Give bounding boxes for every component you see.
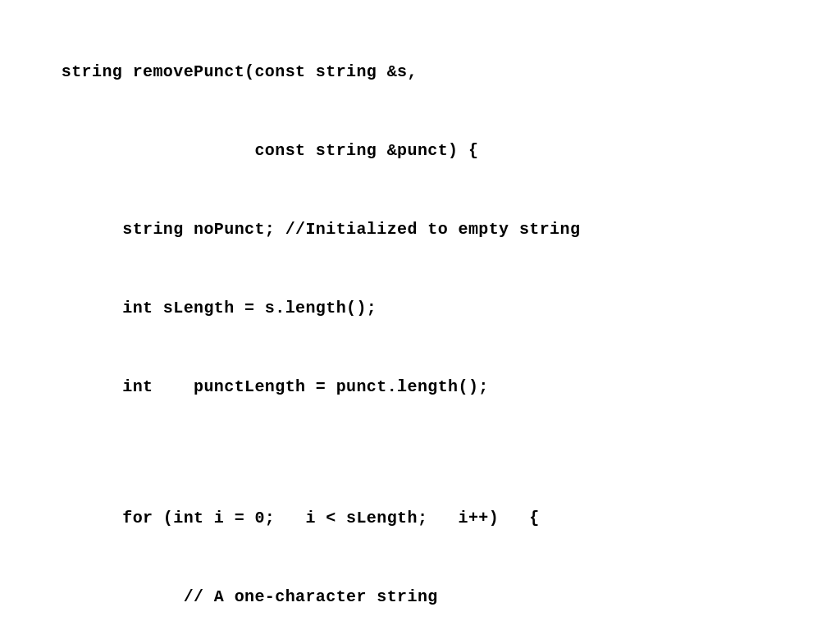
code-line-1: string removePunct(const string &s, — [62, 62, 418, 81]
code-line-8: // A one-character string — [62, 587, 438, 606]
code-line-2: const string &punct) { — [62, 141, 478, 160]
code-line-4: int sLength = s.length(); — [62, 299, 377, 317]
code-line-5: int punctLength = punct.length(); — [62, 377, 489, 396]
code-line-7: for (int i = 0; i < sLength; i++) { — [62, 509, 540, 527]
code-block: string removePunct(const string &s, cons… — [0, 0, 621, 630]
code-line-3: string noPunct; //Initialized to empty s… — [62, 220, 581, 239]
